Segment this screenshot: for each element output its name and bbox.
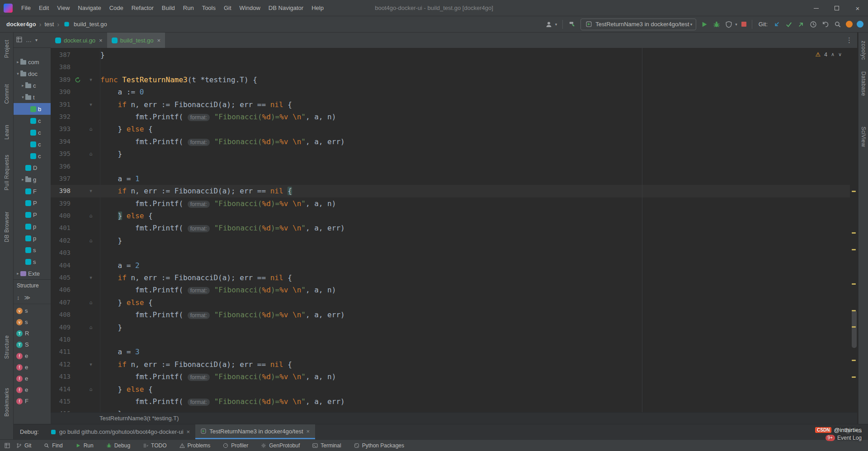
minimize-button[interactable] — [806, 0, 826, 16]
project-row-c[interactable]: c — [14, 138, 51, 150]
toolwindow-button-python-packages[interactable]: Python Packages — [354, 442, 404, 449]
toolwindow-button-terminal[interactable]: Terminal — [312, 442, 341, 449]
project-row-exte[interactable]: ▸Exte — [14, 268, 51, 279]
build-hammer-icon[interactable] — [568, 20, 576, 28]
project-row-com[interactable]: ▸com — [14, 56, 51, 68]
stop-button[interactable] — [741, 22, 746, 27]
fold-marker[interactable]: ⌂ — [85, 123, 97, 135]
toolwindow-button-debug[interactable]: Debug — [106, 442, 130, 449]
breadcrumb-folder[interactable]: test — [44, 21, 54, 28]
more-icon[interactable]: … — [26, 37, 32, 43]
toolwindow-button-find[interactable]: Find — [44, 442, 62, 449]
user-icon[interactable] — [545, 20, 553, 28]
code-line-397[interactable]: 397 a = 1 — [51, 173, 850, 185]
code-line-399[interactable]: 399 fmt.Printf( format: "Fibonacci(%d)=%… — [51, 197, 850, 210]
editor-breadcrumb[interactable]: TestReturnName3(t *testing.T) — [99, 415, 179, 422]
menu-file[interactable]: File — [17, 0, 35, 16]
menu-edit[interactable]: Edit — [35, 0, 53, 16]
fold-marker[interactable]: ▾ — [85, 185, 97, 197]
close-tab-icon[interactable]: × — [307, 428, 310, 435]
fold-marker[interactable]: ⌂ — [85, 383, 97, 395]
chevron-down-icon[interactable]: ▾ — [35, 38, 38, 42]
structure-item[interactable]: TR — [14, 328, 51, 339]
project-row-p[interactable]: P — [14, 197, 51, 209]
teal-circle-icon[interactable] — [857, 21, 863, 28]
tool-stripe-sciview[interactable]: SciView — [859, 127, 868, 147]
code-line-403[interactable]: 403 — [51, 247, 850, 259]
git-push-icon[interactable] — [797, 20, 805, 28]
code-line-404[interactable]: 404 a = 2 — [51, 259, 850, 272]
coverage-button[interactable] — [725, 20, 733, 28]
structure-item[interactable]: vs — [14, 305, 51, 316]
close-tab-icon[interactable]: × — [187, 428, 190, 435]
project-row-p[interactable]: P — [14, 209, 51, 221]
code-line-410[interactable]: 410 — [51, 334, 850, 346]
tool-stripe-structure[interactable]: Structure — [0, 335, 13, 359]
project-row-c[interactable]: c — [14, 115, 51, 127]
tool-stripe-project[interactable]: Project — [0, 40, 13, 58]
fold-marker[interactable]: ⌂ — [85, 408, 97, 412]
debug-button[interactable] — [712, 20, 721, 28]
code-line-402[interactable]: 402⌂ } — [51, 235, 850, 247]
fold-marker[interactable]: ⌂ — [85, 296, 97, 309]
menu-tools[interactable]: Tools — [198, 0, 220, 16]
code-line-414[interactable]: 414⌂ } else { — [51, 383, 850, 395]
structure-item[interactable]: fe — [14, 373, 51, 384]
fold-marker[interactable]: ⌂ — [85, 235, 97, 247]
project-row-c[interactable]: c — [14, 127, 51, 138]
code-line-389[interactable]: 389▾func TestReturnName3(t *testing.T) { — [51, 74, 850, 86]
tool-stripe-zcoolyc[interactable]: zcoolyc — [859, 41, 868, 60]
project-row-t[interactable]: ▾t — [14, 91, 51, 103]
toolwindow-button-git[interactable]: Git — [16, 442, 31, 449]
scrollbar-thumb[interactable] — [852, 310, 857, 348]
project-row-p[interactable]: p — [14, 232, 51, 244]
menu-refactor[interactable]: Refactor — [127, 0, 158, 16]
prev-issue-icon[interactable]: ∧ — [831, 52, 835, 57]
toolwindow-button-run[interactable]: Run — [75, 442, 94, 449]
structure-item[interactable]: fe — [14, 350, 51, 362]
project-row-p[interactable]: p — [14, 221, 51, 232]
code-line-405[interactable]: 405▾ if n, err := FibonacciD(a); err == … — [51, 272, 850, 284]
menu-code[interactable]: Code — [105, 0, 127, 16]
run-config-select[interactable]: TestReturnName3 in docker4go/test ▾ — [580, 19, 696, 30]
structure-item[interactable]: fe — [14, 384, 51, 395]
code-line-406[interactable]: 406 fmt.Printf( format: "Fibonacci(%d)=%… — [51, 284, 850, 296]
project-row-c[interactable]: ▸c — [14, 80, 51, 91]
tool-stripe-commit[interactable]: Commit — [0, 84, 13, 104]
code-line-398[interactable]: 398▾ if n, err := FibonacciD(a); err == … — [51, 185, 850, 197]
structure-item[interactable]: vs — [14, 316, 51, 328]
code-line-412[interactable]: 412▾ if n, err := FibonacciD(a); err == … — [51, 358, 850, 371]
project-row-g[interactable]: ▸g — [14, 174, 51, 185]
git-update-icon[interactable] — [773, 20, 781, 28]
project-row-s[interactable]: s — [14, 256, 51, 268]
event-log-label[interactable]: Event Log — [837, 435, 862, 441]
tool-stripe-database[interactable]: Database — [859, 71, 868, 96]
close-button[interactable]: × — [847, 0, 868, 16]
fold-marker[interactable]: ⌂ — [85, 321, 97, 334]
structure-item[interactable]: TS — [14, 339, 51, 350]
code-line-387[interactable]: 387} — [51, 49, 850, 61]
git-commit-icon[interactable] — [785, 20, 793, 28]
code-line-393[interactable]: 393⌂ } else { — [51, 123, 850, 135]
code-line-392[interactable]: 392 fmt.Printf( format: "Fibonacci(%d)=%… — [51, 111, 850, 123]
code-line-408[interactable]: 408 fmt.Printf( format: "Fibonacci(%d)=%… — [51, 309, 850, 321]
code-line-415[interactable]: 415 fmt.Printf( format: "Fibonacci(%d)=%… — [51, 395, 850, 408]
fold-marker[interactable]: ▾ — [85, 99, 97, 111]
more-tabs-icon[interactable]: ⋮ — [846, 33, 857, 48]
next-issue-icon[interactable]: ∨ — [838, 52, 842, 57]
code-line-409[interactable]: 409⌂ } — [51, 321, 850, 334]
code-line-407[interactable]: 407⌂ } else { — [51, 296, 850, 309]
fold-marker[interactable]: ▾ — [85, 358, 97, 371]
close-tab-icon[interactable]: × — [157, 37, 160, 44]
orange-circle-icon[interactable] — [846, 21, 853, 28]
menu-build[interactable]: Build — [158, 0, 179, 16]
fold-marker[interactable]: ⌂ — [85, 148, 97, 160]
sort-icon[interactable]: ↕ — [17, 294, 20, 301]
code-line-395[interactable]: 395⌂ } — [51, 148, 850, 160]
toolwindow-button-todo[interactable]: TODO — [143, 442, 166, 449]
editor-tab-build-test-go[interactable]: build_test.go× — [107, 33, 165, 48]
undo-icon[interactable] — [821, 20, 830, 28]
code-line-394[interactable]: 394 fmt.Printf( format: "Fibonacci(%d)=%… — [51, 136, 850, 148]
fold-marker[interactable]: ▾ — [85, 272, 97, 284]
code-line-400[interactable]: 400⌂ } else { — [51, 210, 850, 222]
